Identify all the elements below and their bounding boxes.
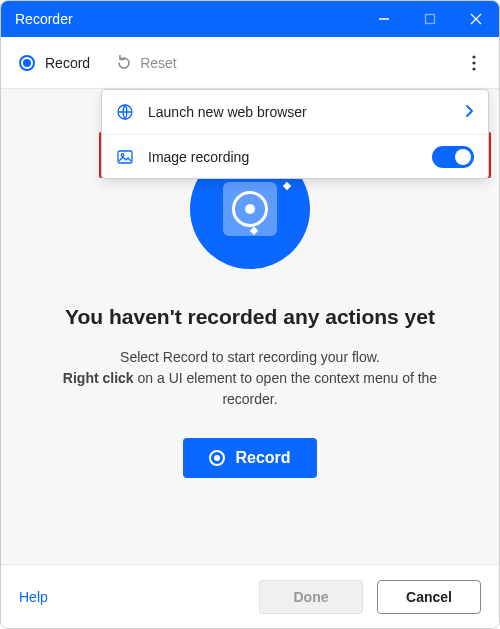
maximize-button[interactable] [407, 1, 453, 37]
titlebar: Recorder [1, 1, 499, 37]
done-button: Done [259, 580, 363, 614]
record-icon [209, 450, 225, 466]
svg-point-6 [472, 67, 475, 70]
svg-rect-8 [118, 151, 132, 163]
empty-state: You haven't recorded any actions yet Sel… [1, 149, 499, 478]
empty-line2-bold: Right click [63, 370, 134, 386]
empty-line1: Select Record to start recording your fl… [120, 349, 380, 365]
svg-point-9 [121, 153, 124, 156]
record-label: Record [45, 55, 90, 71]
cancel-button[interactable]: Cancel [377, 580, 481, 614]
empty-line2-rest: on a UI element to open the context menu… [134, 370, 438, 407]
close-button[interactable] [453, 1, 499, 37]
record-radio-icon [19, 55, 35, 71]
image-recording-toggle[interactable] [432, 146, 474, 168]
svg-point-4 [472, 55, 475, 58]
reset-button[interactable]: Reset [116, 55, 177, 71]
options-menu: Launch new web browser Image recording [101, 89, 489, 179]
menu-image-recording[interactable]: Image recording [102, 134, 488, 178]
empty-headline: You haven't recorded any actions yet [65, 305, 435, 329]
record-mode-toggle[interactable]: Record [11, 51, 98, 75]
window-title: Recorder [15, 11, 361, 27]
chevron-right-icon [464, 104, 474, 121]
empty-subtext: Select Record to start recording your fl… [41, 347, 459, 410]
menu-launch-browser[interactable]: Launch new web browser [102, 90, 488, 134]
more-vertical-icon [472, 55, 476, 71]
globe-icon [116, 103, 134, 121]
toolbar: Record Reset [1, 37, 499, 89]
footer: Help Done Cancel [1, 564, 499, 628]
reset-label: Reset [140, 55, 177, 71]
recorder-window: Recorder Record Reset [0, 0, 500, 629]
record-button[interactable]: Record [183, 438, 316, 478]
help-link[interactable]: Help [19, 589, 48, 605]
svg-point-5 [472, 61, 475, 64]
record-button-label: Record [235, 449, 290, 467]
image-icon [116, 148, 134, 166]
svg-rect-1 [426, 15, 435, 24]
menu-image-recording-label: Image recording [148, 149, 418, 165]
reset-icon [116, 55, 132, 71]
minimize-button[interactable] [361, 1, 407, 37]
menu-launch-label: Launch new web browser [148, 104, 450, 120]
more-options-button[interactable] [459, 48, 489, 78]
